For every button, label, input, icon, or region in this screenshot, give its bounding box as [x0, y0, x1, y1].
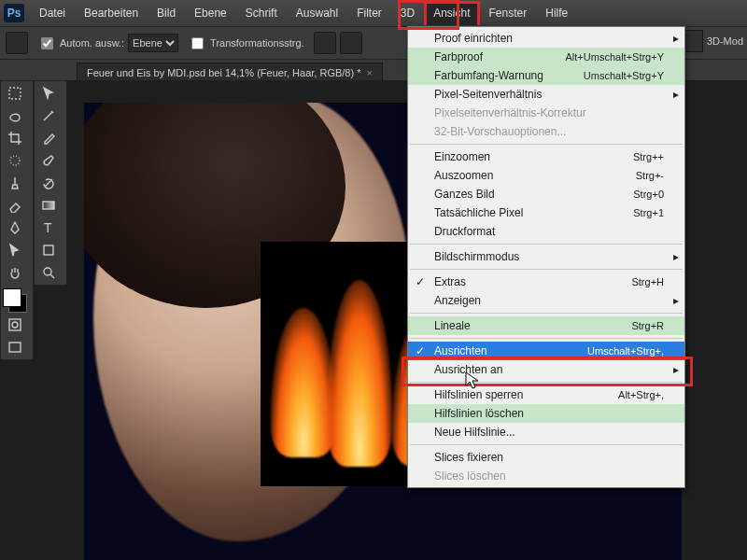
shape-tool-icon[interactable]: [36, 240, 61, 260]
menu-item-label: Bildschirmmodus: [434, 250, 519, 263]
document-tab-title: Feuer und Eis by MDI.psd bei 14,1% (Feue…: [87, 67, 360, 78]
svg-rect-7: [44, 245, 53, 255]
hand-tool-icon[interactable]: [3, 262, 27, 283]
menu-item[interactable]: Bildschirmmodus▸: [408, 247, 684, 266]
menu-item-label: Hilfslinien löschen: [434, 407, 524, 420]
menu-item-shortcut: Alt+Strg+,: [618, 389, 664, 400]
svg-point-3: [12, 322, 18, 328]
svg-rect-4: [9, 343, 21, 352]
menu-item[interactable]: Ausrichten an▸: [408, 360, 684, 379]
menu-datei[interactable]: Datei: [30, 1, 75, 25]
lasso-tool-icon[interactable]: [3, 105, 27, 126]
menu-auswahl[interactable]: Auswahl: [287, 1, 347, 25]
crop-tool-icon[interactable]: [3, 128, 27, 148]
brush-tool-icon[interactable]: [36, 150, 61, 171]
menu-item-shortcut: Umschalt+Strg+,: [587, 345, 664, 357]
pen-tool-icon[interactable]: [3, 217, 27, 238]
menu-item[interactable]: ✓AusrichtenUmschalt+Strg+,: [408, 342, 684, 360]
menu-item-shortcut: Strg+1: [633, 207, 664, 218]
menu-item-shortcut: Umschalt+Strg+Y: [584, 70, 664, 81]
close-icon[interactable]: ×: [366, 67, 372, 78]
menu-item-shortcut: Alt+Umschalt+Strg+Y: [566, 51, 664, 63]
menu-item[interactable]: Neue Hilfslinie...: [408, 423, 684, 441]
move-tool-icon[interactable]: [36, 83, 61, 104]
menu-ebene[interactable]: Ebene: [185, 1, 236, 25]
menu-bild[interactable]: Bild: [148, 1, 185, 25]
menu-item[interactable]: Pixel-Seitenverhältnis▸: [408, 85, 684, 104]
history-brush-tool-icon[interactable]: [36, 173, 61, 193]
menu-item-label: 32-Bit-Vorschauoptionen...: [434, 125, 566, 138]
align-icon[interactable]: [314, 32, 336, 54]
screenmode-icon[interactable]: [3, 337, 27, 357]
menu-item-label: Lineale: [434, 319, 471, 332]
menu-item-label: Farbumfang-Warnung: [434, 69, 543, 82]
menu-item-label: Ausrichten: [434, 344, 487, 357]
menu-ansicht[interactable]: Ansicht: [424, 1, 479, 25]
menu-item-label: Anzeigen: [434, 294, 481, 307]
menu-item-label: Ausrichten an: [434, 363, 502, 376]
menu-3d[interactable]: 3D: [391, 1, 424, 25]
menu-item[interactable]: Druckformat: [408, 222, 684, 241]
align-icon[interactable]: [340, 32, 362, 54]
eyedropper-tool-icon[interactable]: [36, 128, 61, 148]
menu-item[interactable]: Hilfslinien sperrenAlt+Strg+,: [408, 385, 684, 404]
menu-item[interactable]: Tatsächliche PixelStrg+1: [408, 203, 684, 222]
svg-text:T: T: [44, 220, 52, 235]
menu-item[interactable]: Farbumfang-WarnungUmschalt+Strg+Y: [408, 66, 684, 85]
document-tab[interactable]: Feuer und Eis by MDI.psd bei 14,1% (Feue…: [77, 63, 383, 82]
menu-item[interactable]: LinealeStrg+R: [408, 316, 684, 335]
menu-item[interactable]: AuszoomenStrg+-: [408, 166, 684, 185]
healing-brush-tool-icon[interactable]: [3, 150, 27, 171]
menu-filter[interactable]: Filter: [347, 1, 391, 25]
marquee-tool-icon[interactable]: [3, 83, 27, 104]
svg-rect-0: [9, 88, 21, 99]
menu-item[interactable]: FarbproofAlt+Umschalt+Strg+Y: [408, 48, 684, 66]
menu-hilfe[interactable]: Hilfe: [536, 1, 577, 25]
move-tool-icon[interactable]: [6, 32, 28, 54]
svg-point-8: [44, 268, 51, 275]
menu-item[interactable]: ✓ExtrasStrg+H: [408, 273, 684, 291]
menu-item-shortcut: Strg++: [633, 151, 664, 162]
menu-item: 32-Bit-Vorschauoptionen...: [408, 122, 684, 141]
stamp-tool-icon[interactable]: [3, 173, 27, 193]
svg-point-1: [10, 156, 20, 165]
toolbox: T: [34, 80, 67, 286]
menu-bearbeiten[interactable]: Bearbeiten: [75, 1, 148, 25]
menu-item[interactable]: Anzeigen▸: [408, 291, 684, 310]
check-icon: ✓: [416, 344, 425, 357]
menu-item[interactable]: EinzoomenStrg++: [408, 147, 684, 166]
menu-item-label: Ganzes Bild: [434, 188, 495, 201]
eraser-tool-icon[interactable]: [3, 195, 27, 216]
submenu-arrow-icon: ▸: [673, 294, 679, 307]
gradient-tool-icon[interactable]: [36, 195, 61, 216]
menubar: Ps DateiBearbeitenBildEbeneSchriftAuswah…: [0, 0, 747, 26]
menu-item[interactable]: Hilfslinien löschen: [408, 404, 684, 423]
wand-tool-icon[interactable]: [36, 105, 61, 126]
view-menu-dropdown: Proof einrichten▸FarbproofAlt+Umschalt+S…: [407, 26, 685, 488]
auto-select-checkbox[interactable]: [41, 37, 53, 49]
quickmask-icon[interactable]: [3, 315, 27, 335]
menu-schrift[interactable]: Schrift: [236, 1, 287, 25]
auto-select-dropdown[interactable]: Ebene: [128, 34, 178, 52]
mode-label: 3D-Mod: [707, 35, 743, 47]
menu-item[interactable]: Ganzes BildStrg+0: [408, 185, 684, 203]
submenu-arrow-icon: ▸: [673, 250, 679, 263]
auto-select-label: Autom. ausw.:: [60, 37, 124, 49]
menu-item-label: Extras: [434, 275, 466, 288]
color-swatch[interactable]: [3, 288, 27, 313]
transform-controls-label: Transformationsstrg.: [210, 37, 303, 49]
menu-item-shortcut: Strg+R: [631, 320, 664, 331]
menu-item[interactable]: Slices fixieren: [408, 448, 684, 467]
toolbox: [0, 80, 34, 360]
zoom-tool-icon[interactable]: [36, 262, 61, 283]
menu-item-shortcut: Strg+0: [633, 189, 664, 200]
menu-fenster[interactable]: Fenster: [480, 1, 537, 25]
menu-item-label: Farbproof: [434, 50, 483, 63]
menu-item-label: Slices fixieren: [434, 451, 503, 464]
transform-controls-checkbox[interactable]: [191, 37, 204, 49]
menu-item[interactable]: Proof einrichten▸: [408, 29, 684, 48]
menu-item-shortcut: Strg+H: [631, 276, 664, 287]
menu-item-label: Druckformat: [434, 225, 495, 238]
type-tool-icon[interactable]: T: [36, 217, 61, 238]
path-select-tool-icon[interactable]: [3, 240, 27, 260]
